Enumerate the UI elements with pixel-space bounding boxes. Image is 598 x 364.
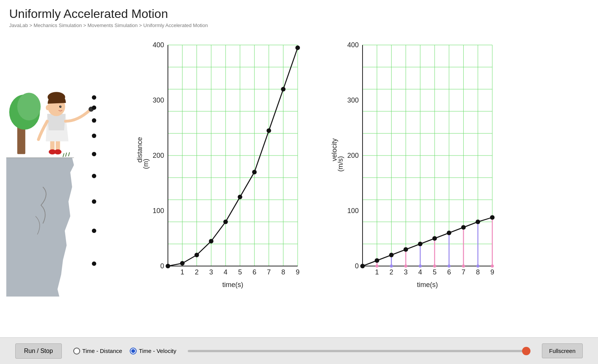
svg-point-21 <box>92 229 97 233</box>
radio-velocity-label: Time - Velocity <box>139 348 176 354</box>
page-header: Uniformly Accelerated Motion JavaLab > M… <box>0 0 598 30</box>
svg-point-22 <box>92 261 97 266</box>
svg-point-14 <box>92 95 97 99</box>
svg-point-7 <box>54 149 61 154</box>
svg-point-12 <box>60 106 61 107</box>
svg-point-3 <box>17 93 40 120</box>
radio-time-velocity[interactable]: Time - Velocity <box>130 348 176 354</box>
simulation-svg <box>4 34 122 297</box>
slider-track[interactable] <box>188 350 530 352</box>
svg-point-15 <box>92 106 97 110</box>
bottom-bar: Run / Stop Time - Distance Time - Veloci… <box>0 337 598 364</box>
breadcrumb: JavaLab > Mechanics Simulation > Movemen… <box>9 22 589 28</box>
svg-point-10 <box>48 92 65 102</box>
distance-chart-container <box>134 34 317 297</box>
svg-point-19 <box>92 174 97 178</box>
radio-group: Time - Distance Time - Velocity <box>73 348 176 354</box>
radio-time-distance[interactable]: Time - Distance <box>73 348 122 354</box>
svg-point-17 <box>92 134 97 138</box>
slider-container <box>188 350 530 352</box>
distance-chart <box>134 34 309 297</box>
fullscreen-button[interactable]: Fullscreen <box>542 343 583 358</box>
radio-distance-label: Time - Distance <box>82 348 122 354</box>
radio-circle-velocity <box>130 348 137 354</box>
charts-panel <box>134 34 589 297</box>
svg-point-11 <box>59 106 61 108</box>
svg-point-13 <box>46 105 50 110</box>
page-title: Uniformly Accelerated Motion <box>9 7 589 21</box>
svg-point-18 <box>92 152 97 157</box>
run-stop-button[interactable]: Run / Stop <box>15 343 62 359</box>
velocity-chart <box>328 34 504 297</box>
velocity-chart-container <box>328 34 511 297</box>
simulation-panel <box>4 34 122 298</box>
radio-circle-distance <box>73 348 80 354</box>
slider-thumb[interactable] <box>522 347 530 355</box>
main-content <box>0 30 598 302</box>
svg-point-20 <box>92 199 97 204</box>
svg-point-16 <box>92 118 97 123</box>
